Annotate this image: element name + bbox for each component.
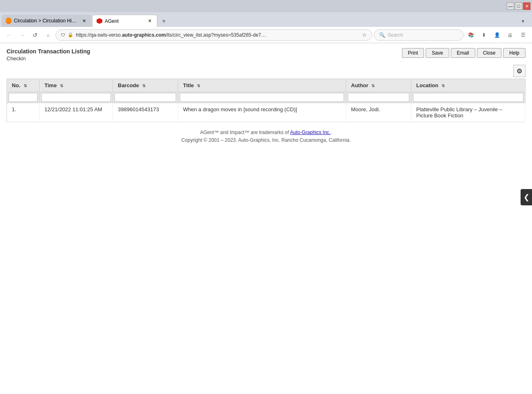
reload-button[interactable]: ↺ bbox=[29, 29, 41, 41]
cell-barcode: 39896014543173 bbox=[113, 103, 178, 122]
tab-circulation-close[interactable]: ✕ bbox=[81, 18, 87, 24]
filter-location-input[interactable] bbox=[413, 93, 523, 102]
forward-icon: → bbox=[19, 32, 25, 38]
print-nav-icon: 🖨 bbox=[508, 32, 512, 38]
tab-agent-label: AGent bbox=[105, 18, 144, 24]
col-title-sort-icon[interactable]: ⇅ bbox=[197, 84, 200, 88]
lock-icon: 🔒 bbox=[68, 32, 73, 37]
cell-time: 12/21/2022 11:01:25 AM bbox=[40, 103, 113, 122]
col-location-sort-icon[interactable]: ⇅ bbox=[441, 84, 445, 88]
col-no-sort-icon[interactable]: ⇅ bbox=[24, 84, 27, 88]
title-bar: — □ ✕ bbox=[0, 0, 532, 12]
back-button[interactable]: ← bbox=[3, 29, 15, 41]
settings-button[interactable]: ⚙ bbox=[513, 65, 525, 77]
table-header-row: No. ⇅ Time ⇅ Barcode ⇅ Title ⇅ Author bbox=[7, 79, 525, 92]
col-time-sort-icon[interactable]: ⇅ bbox=[60, 84, 63, 88]
settings-area: ⚙ bbox=[7, 65, 525, 77]
menu-button[interactable]: ☰ bbox=[517, 29, 529, 41]
cell-location: Platteville Public Library – Juvenile – … bbox=[411, 103, 525, 122]
angular-icon bbox=[97, 18, 102, 24]
col-no-label: No. bbox=[12, 82, 20, 88]
page-title: Circulation Transaction Listing bbox=[7, 48, 90, 55]
col-title-label: Title bbox=[183, 82, 194, 88]
firefox-icon bbox=[6, 18, 11, 24]
col-location-label: Location bbox=[416, 82, 438, 88]
footer-line1: AGent™ and Impact™ are trademarks of Aut… bbox=[7, 129, 525, 136]
filter-time bbox=[40, 92, 113, 103]
action-buttons: Print Save Email Close Help bbox=[402, 48, 525, 58]
print-button[interactable]: Print bbox=[402, 48, 424, 58]
col-author-sort-icon[interactable]: ⇅ bbox=[371, 84, 375, 88]
search-bar[interactable]: 🔍 Search bbox=[374, 29, 464, 41]
profile-icon: 👤 bbox=[494, 32, 500, 38]
col-barcode-label: Barcode bbox=[118, 82, 139, 88]
tab-circulation-label: Circulation > Circulation Histo… bbox=[14, 18, 78, 24]
filter-title bbox=[178, 92, 346, 103]
profile-button[interactable]: 👤 bbox=[491, 29, 503, 41]
footer-line2: Copyright © 2001 – 2023. Auto-Graphics, … bbox=[7, 136, 525, 144]
bookmark-star-icon[interactable]: ☆ bbox=[362, 32, 367, 38]
home-icon: ⌂ bbox=[47, 33, 50, 37]
gear-icon: ⚙ bbox=[517, 67, 522, 75]
footer: AGent™ and Impact™ are trademarks of Aut… bbox=[7, 129, 525, 144]
reload-icon: ↺ bbox=[33, 32, 38, 38]
filter-author-input[interactable] bbox=[348, 93, 409, 102]
bookmarks-icon: 📚 bbox=[468, 32, 474, 38]
downloads-button[interactable]: ⬇ bbox=[478, 29, 490, 41]
close-button[interactable]: Close bbox=[477, 48, 502, 58]
table-row: 1. 12/21/2022 11:01:25 AM 39896014543173… bbox=[7, 103, 525, 122]
help-button[interactable]: Help bbox=[503, 48, 525, 58]
filter-barcode-input[interactable] bbox=[115, 93, 176, 102]
downloads-icon: ⬇ bbox=[482, 32, 486, 38]
collapse-arrow-button[interactable]: ❮ bbox=[521, 189, 532, 205]
save-button[interactable]: Save bbox=[426, 48, 449, 58]
col-author[interactable]: Author ⇅ bbox=[346, 79, 411, 92]
tab-agent[interactable]: AGent ✕ bbox=[92, 15, 157, 27]
filter-no-input[interactable] bbox=[9, 93, 38, 102]
bookmarks-button[interactable]: 📚 bbox=[465, 29, 477, 41]
minimize-button[interactable]: — bbox=[507, 2, 514, 10]
data-table: No. ⇅ Time ⇅ Barcode ⇅ Title ⇅ Author bbox=[7, 79, 525, 122]
page-subtitle: Checkin bbox=[7, 55, 90, 62]
col-no[interactable]: No. ⇅ bbox=[7, 79, 40, 92]
col-location[interactable]: Location ⇅ bbox=[411, 79, 525, 92]
cell-no: 1. bbox=[7, 103, 40, 122]
address-bar[interactable]: 🛡 🔒 https://qa-swls-verso.auto-graphics.… bbox=[55, 29, 372, 41]
table-filter-row bbox=[7, 92, 525, 103]
maximize-button[interactable]: □ bbox=[515, 2, 522, 10]
col-time-label: Time bbox=[44, 82, 57, 88]
col-barcode-sort-icon[interactable]: ⇅ bbox=[142, 84, 146, 88]
page-title-area: Circulation Transaction Listing Checkin bbox=[7, 48, 90, 62]
filter-time-input[interactable] bbox=[41, 93, 111, 102]
col-time[interactable]: Time ⇅ bbox=[40, 79, 113, 92]
tab-agent-close[interactable]: ✕ bbox=[146, 18, 153, 24]
page-header: Circulation Transaction Listing Checkin … bbox=[7, 48, 525, 62]
filter-location bbox=[411, 92, 525, 103]
url-prefix: https://qa-swls-verso.auto-graphics.com/… bbox=[76, 32, 360, 38]
filter-title-input[interactable] bbox=[180, 93, 344, 102]
new-tab-button[interactable]: + bbox=[158, 15, 170, 27]
window-close-button[interactable]: ✕ bbox=[523, 2, 530, 10]
back-icon: ← bbox=[6, 32, 12, 38]
tab-circulation[interactable]: Circulation > Circulation Histo… ✕ bbox=[2, 15, 91, 27]
email-button[interactable]: Email bbox=[451, 48, 475, 58]
tab-list-button[interactable]: ▾ bbox=[517, 15, 529, 27]
filter-barcode bbox=[113, 92, 178, 103]
forward-button[interactable]: → bbox=[16, 29, 28, 41]
col-barcode[interactable]: Barcode ⇅ bbox=[113, 79, 178, 92]
menu-icon: ☰ bbox=[521, 32, 525, 38]
collapse-arrow-icon: ❮ bbox=[523, 193, 530, 202]
filter-author bbox=[346, 92, 411, 103]
filter-no bbox=[7, 92, 40, 103]
cell-author: Moore, Jodi. bbox=[346, 103, 411, 122]
cell-title: When a dragon moves in [sound recording … bbox=[178, 103, 346, 122]
auto-graphics-link[interactable]: Auto-Graphics Inc. bbox=[290, 130, 331, 135]
home-button[interactable]: ⌂ bbox=[42, 29, 54, 41]
shield-icon: 🛡 bbox=[61, 33, 65, 37]
page-content: Circulation Transaction Listing Checkin … bbox=[0, 43, 532, 394]
col-title[interactable]: Title ⇅ bbox=[178, 79, 346, 92]
tab-bar: Circulation > Circulation Histo… ✕ AGent… bbox=[0, 12, 532, 27]
search-label: Search bbox=[388, 32, 403, 38]
nav-bar: ← → ↺ ⌂ 🛡 🔒 https://qa-swls-verso.auto-g… bbox=[0, 27, 532, 43]
print-nav-button[interactable]: 🖨 bbox=[504, 29, 516, 41]
